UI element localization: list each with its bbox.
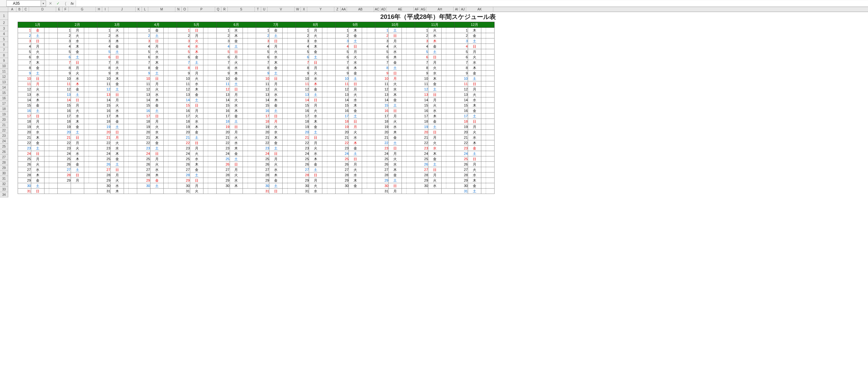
day-number[interactable]: 9 — [415, 71, 428, 76]
day-number[interactable]: 28 — [177, 172, 190, 178]
day-number[interactable]: 2 — [375, 33, 389, 38]
day-note[interactable] — [243, 135, 256, 140]
day-weekday[interactable]: 火 — [111, 103, 124, 108]
day-note[interactable] — [283, 97, 296, 103]
day-note[interactable] — [402, 49, 415, 55]
day-weekday[interactable]: 水 — [349, 60, 362, 65]
day-note[interactable] — [402, 119, 415, 124]
day-note[interactable] — [124, 156, 137, 162]
day-number[interactable]: 10 — [216, 76, 229, 82]
day-weekday[interactable]: 火 — [229, 172, 243, 178]
day-weekday[interactable]: 水 — [309, 151, 322, 156]
day-number[interactable]: 29 — [216, 178, 229, 183]
day-number[interactable]: 9 — [216, 71, 229, 76]
day-number[interactable]: 11 — [18, 82, 31, 87]
day-number[interactable]: 4 — [216, 44, 229, 49]
day-weekday[interactable]: 水 — [111, 71, 124, 76]
day-number[interactable]: 21 — [97, 135, 111, 140]
day-number[interactable]: 19 — [296, 124, 309, 130]
col-header-AE[interactable]: AE — [387, 7, 414, 12]
day-note[interactable] — [481, 151, 494, 156]
day-number[interactable]: 3 — [336, 38, 349, 44]
day-number[interactable]: 28 — [216, 172, 229, 178]
day-note[interactable] — [243, 92, 256, 97]
day-weekday[interactable]: 水 — [229, 178, 243, 183]
day-number[interactable]: 18 — [455, 119, 468, 124]
day-weekday[interactable]: 火 — [468, 92, 481, 97]
day-note[interactable] — [441, 130, 455, 135]
day-number[interactable]: 4 — [97, 44, 111, 49]
day-number[interactable]: 1 — [296, 28, 309, 33]
day-note[interactable] — [84, 38, 97, 44]
day-note[interactable] — [402, 151, 415, 156]
day-note[interactable] — [441, 146, 455, 151]
day-note[interactable] — [322, 92, 336, 97]
day-weekday[interactable]: 火 — [309, 183, 322, 189]
col-header-J[interactable]: J — [108, 7, 135, 12]
day-note[interactable] — [243, 130, 256, 135]
day-number[interactable]: 24 — [18, 151, 31, 156]
day-number[interactable]: 27 — [296, 167, 309, 172]
day-note[interactable] — [163, 108, 177, 113]
day-note[interactable] — [441, 44, 455, 49]
day-note[interactable] — [84, 97, 97, 103]
day-weekday[interactable]: 木 — [309, 119, 322, 124]
day-number[interactable]: 7 — [18, 60, 31, 65]
day-note[interactable] — [283, 130, 296, 135]
col-header-C[interactable]: C — [23, 7, 29, 12]
day-weekday[interactable]: 月 — [229, 55, 243, 60]
day-weekday[interactable]: 金 — [468, 71, 481, 76]
day-weekday[interactable]: 土 — [269, 146, 283, 151]
day-weekday[interactable]: 火 — [349, 130, 362, 135]
day-weekday[interactable]: 水 — [428, 71, 441, 76]
day-number[interactable]: 23 — [256, 146, 269, 151]
day-number[interactable]: 15 — [296, 103, 309, 108]
day-number[interactable]: 30 — [216, 183, 229, 189]
col-header-T[interactable]: T — [255, 7, 261, 12]
day-note[interactable] — [322, 156, 336, 162]
day-number[interactable]: 24 — [336, 151, 349, 156]
day-note[interactable] — [124, 55, 137, 60]
day-weekday[interactable]: 金 — [190, 92, 203, 97]
day-number[interactable]: 30 — [375, 183, 389, 189]
day-note[interactable] — [441, 189, 455, 194]
day-weekday[interactable]: 月 — [190, 33, 203, 38]
day-note[interactable] — [243, 76, 256, 82]
day-note[interactable] — [243, 87, 256, 92]
day-weekday[interactable]: 月 — [111, 60, 124, 65]
day-number[interactable]: 1 — [336, 28, 349, 33]
day-number[interactable]: 28 — [18, 172, 31, 178]
day-weekday[interactable]: 土 — [71, 130, 84, 135]
day-number[interactable]: 8 — [375, 65, 389, 71]
day-note[interactable] — [283, 82, 296, 87]
day-number[interactable] — [216, 189, 229, 194]
day-note[interactable] — [283, 38, 296, 44]
day-number[interactable]: 5 — [336, 49, 349, 55]
day-number[interactable]: 8 — [216, 65, 229, 71]
day-number[interactable]: 8 — [336, 65, 349, 71]
day-note[interactable] — [283, 156, 296, 162]
day-note[interactable] — [44, 60, 57, 65]
day-note[interactable] — [362, 97, 375, 103]
day-number[interactable]: 26 — [57, 162, 71, 167]
row-header-2[interactable]: 2 — [0, 20, 8, 26]
day-weekday[interactable]: 木 — [31, 60, 44, 65]
day-weekday[interactable]: 日 — [31, 113, 44, 119]
day-weekday[interactable]: 土 — [229, 119, 243, 124]
day-number[interactable]: 20 — [375, 130, 389, 135]
day-weekday[interactable]: 金 — [428, 44, 441, 49]
day-number[interactable]: 15 — [336, 103, 349, 108]
day-note[interactable] — [243, 183, 256, 189]
day-number[interactable]: 8 — [455, 65, 468, 71]
day-number[interactable]: 20 — [296, 130, 309, 135]
day-note[interactable] — [402, 183, 415, 189]
day-number[interactable]: 13 — [97, 92, 111, 97]
day-weekday[interactable]: 火 — [31, 49, 44, 55]
day-weekday[interactable]: 土 — [150, 108, 163, 113]
day-note[interactable] — [283, 103, 296, 108]
day-weekday[interactable]: 木 — [190, 49, 203, 55]
day-weekday[interactable]: 火 — [428, 140, 441, 146]
day-number[interactable]: 19 — [336, 124, 349, 130]
day-weekday[interactable]: 日 — [389, 33, 402, 38]
day-weekday[interactable]: 土 — [111, 162, 124, 167]
